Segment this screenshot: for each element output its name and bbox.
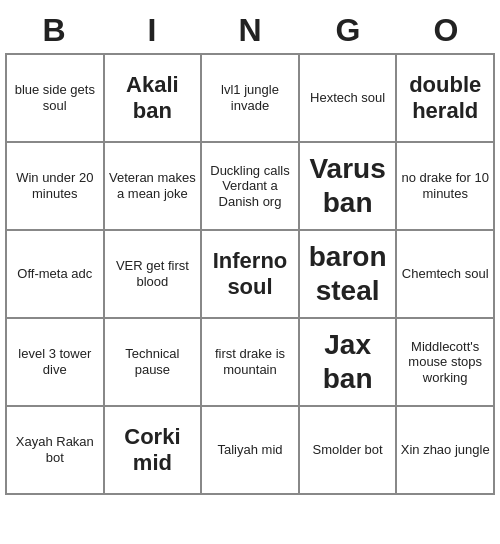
header-letter: B <box>5 8 103 53</box>
bingo-cell[interactable]: level 3 tower dive <box>7 319 105 407</box>
bingo-cell[interactable]: Duckling calls Verdant a Danish org <box>202 143 300 231</box>
bingo-cell[interactable]: no drake for 10 minutes <box>397 143 495 231</box>
header-letter: I <box>103 8 201 53</box>
bingo-cell[interactable]: Corki mid <box>105 407 203 495</box>
header-letter: O <box>397 8 495 53</box>
bingo-cell[interactable]: lvl1 jungle invade <box>202 55 300 143</box>
bingo-cell[interactable]: Middlecott's mouse stops working <box>397 319 495 407</box>
bingo-grid: blue side gets soulAkali banlvl1 jungle … <box>5 53 495 495</box>
bingo-cell[interactable]: Smolder bot <box>300 407 398 495</box>
bingo-cell[interactable]: VER get first blood <box>105 231 203 319</box>
bingo-card: BINGO blue side gets soulAkali banlvl1 j… <box>5 8 495 495</box>
bingo-cell[interactable]: Chemtech soul <box>397 231 495 319</box>
bingo-cell[interactable]: Off-meta adc <box>7 231 105 319</box>
bingo-cell[interactable]: Taliyah mid <box>202 407 300 495</box>
bingo-cell[interactable]: baron steal <box>300 231 398 319</box>
header-letter: G <box>299 8 397 53</box>
bingo-header: BINGO <box>5 8 495 53</box>
bingo-cell[interactable]: double herald <box>397 55 495 143</box>
bingo-cell[interactable]: Veteran makes a mean joke <box>105 143 203 231</box>
bingo-cell[interactable]: Jax ban <box>300 319 398 407</box>
bingo-cell[interactable]: Hextech soul <box>300 55 398 143</box>
bingo-cell[interactable]: Xayah Rakan bot <box>7 407 105 495</box>
header-letter: N <box>201 8 299 53</box>
bingo-cell[interactable]: blue side gets soul <box>7 55 105 143</box>
bingo-cell[interactable]: Akali ban <box>105 55 203 143</box>
bingo-cell[interactable]: Technical pause <box>105 319 203 407</box>
bingo-cell[interactable]: Varus ban <box>300 143 398 231</box>
bingo-cell[interactable]: Xin zhao jungle <box>397 407 495 495</box>
bingo-cell[interactable]: Win under 20 minutes <box>7 143 105 231</box>
bingo-cell[interactable]: Inferno soul <box>202 231 300 319</box>
bingo-cell[interactable]: first drake is mountain <box>202 319 300 407</box>
